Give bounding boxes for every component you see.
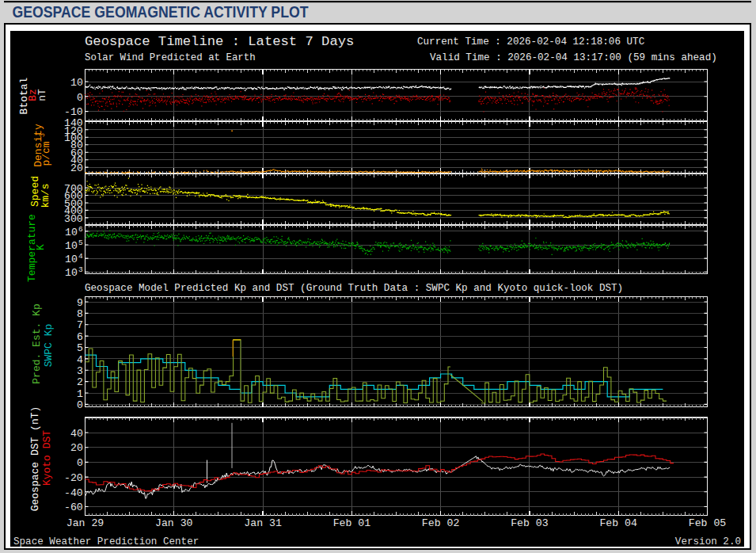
- svg-text:20: 20: [70, 442, 83, 454]
- svg-text:Jan 31: Jan 31: [244, 517, 282, 529]
- svg-text:-20: -20: [64, 472, 83, 484]
- svg-text:8: 8: [77, 308, 83, 320]
- svg-text:SWPC Kp: SWPC Kp: [43, 324, 55, 368]
- svg-text:0: 0: [77, 92, 83, 104]
- svg-text:GEOSPACE GEOMAGNETIC ACTIVITY: GEOSPACE GEOMAGNETIC ACTIVITY PLOT: [13, 3, 309, 21]
- svg-text:3: 3: [78, 265, 83, 274]
- svg-text:3: 3: [39, 133, 47, 137]
- svg-text:km/s: km/s: [40, 183, 51, 208]
- svg-text:-40: -40: [64, 487, 83, 499]
- svg-text:Kyoto DST: Kyoto DST: [41, 430, 53, 486]
- svg-text:4: 4: [78, 252, 83, 261]
- svg-text:5: 5: [77, 342, 83, 354]
- svg-text:10: 10: [65, 227, 78, 238]
- svg-text:9: 9: [77, 297, 83, 309]
- svg-text:Geospace DST (nT): Geospace DST (nT): [29, 406, 41, 512]
- svg-text:10: 10: [65, 267, 78, 279]
- svg-text:Pred. Est. Kp: Pred. Est. Kp: [31, 303, 43, 383]
- svg-text:10: 10: [65, 240, 78, 252]
- svg-text:Geospace Model Predicted Kp an: Geospace Model Predicted Kp and DST (Gro…: [85, 283, 623, 294]
- svg-text:Valid Time : 2026-02-04 13:17:: Valid Time : 2026-02-04 13:17:00 (59 min…: [430, 52, 717, 63]
- svg-text:Solar Wind Predicted at Earth: Solar Wind Predicted at Earth: [85, 52, 256, 63]
- svg-text:nT: nT: [36, 89, 48, 101]
- svg-text:300: 300: [64, 213, 83, 225]
- svg-text:6: 6: [78, 225, 83, 234]
- svg-text:Feb 04: Feb 04: [599, 517, 637, 529]
- svg-text:Feb 03: Feb 03: [511, 517, 549, 529]
- svg-text:Jan 29: Jan 29: [66, 517, 104, 529]
- svg-text:Feb 01: Feb 01: [333, 517, 371, 529]
- svg-text:Feb 05: Feb 05: [689, 517, 727, 529]
- svg-text:Feb 02: Feb 02: [422, 517, 459, 529]
- svg-text:p/cm: p/cm: [40, 141, 52, 166]
- svg-text:-60: -60: [64, 502, 83, 513]
- svg-text:Geospace Timeline : Latest 7 D: Geospace Timeline : Latest 7 Days: [85, 34, 354, 49]
- svg-text:6: 6: [77, 331, 83, 343]
- svg-text:10: 10: [70, 77, 83, 89]
- svg-text:Current Time : 2026-02-04 12:1: Current Time : 2026-02-04 12:18:06 UTC: [417, 36, 645, 48]
- svg-text:7: 7: [77, 319, 83, 331]
- svg-text:40: 40: [70, 428, 83, 440]
- svg-text:Jan 30: Jan 30: [155, 517, 193, 529]
- svg-text:5: 5: [78, 238, 83, 247]
- svg-text:1: 1: [77, 388, 83, 400]
- svg-text:Space Weather Prediction Cente: Space Weather Prediction Center: [13, 536, 199, 547]
- svg-text:2: 2: [77, 376, 83, 388]
- svg-text:3: 3: [77, 365, 83, 377]
- svg-text:0: 0: [77, 399, 83, 411]
- svg-text:0: 0: [77, 457, 83, 469]
- svg-text:4: 4: [77, 354, 83, 366]
- svg-text:10: 10: [65, 254, 78, 265]
- svg-text:Version 2.0: Version 2.0: [675, 536, 741, 547]
- svg-text:20: 20: [70, 162, 83, 174]
- svg-text:K: K: [35, 244, 47, 250]
